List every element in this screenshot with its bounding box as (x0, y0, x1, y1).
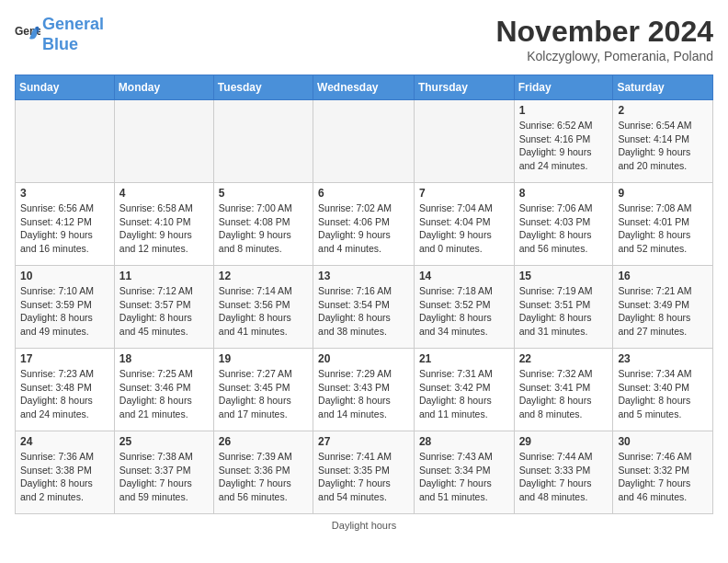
day-number: 9 (618, 187, 708, 200)
calendar-cell: 21Sunrise: 7:31 AMSunset: 3:42 PMDayligh… (414, 349, 514, 431)
day-info: Sunrise: 6:58 AMSunset: 4:10 PMDaylight:… (119, 201, 209, 256)
day-number: 14 (419, 270, 509, 282)
calendar-cell: 30Sunrise: 7:46 AMSunset: 3:32 PMDayligh… (613, 431, 713, 514)
day-number: 10 (20, 270, 109, 282)
calendar-cell: 17Sunrise: 7:23 AMSunset: 3:48 PMDayligh… (16, 349, 115, 431)
day-number: 19 (219, 352, 308, 365)
logo-icon: General (15, 22, 40, 48)
day-number: 20 (318, 352, 409, 365)
calendar-cell: 22Sunrise: 7:32 AMSunset: 3:41 PMDayligh… (514, 349, 613, 431)
day-info: Sunrise: 7:12 AMSunset: 3:57 PMDaylight:… (119, 284, 209, 339)
day-number: 15 (519, 270, 609, 282)
title-area: November 2024 Kolczyglowy, Pomerania, Po… (495, 15, 713, 63)
day-info: Sunrise: 7:41 AMSunset: 3:35 PMDaylight:… (318, 450, 409, 504)
calendar-week-3: 10Sunrise: 7:10 AMSunset: 3:59 PMDayligh… (16, 266, 713, 349)
column-header-thursday: Thursday (414, 75, 514, 100)
calendar-week-5: 24Sunrise: 7:36 AMSunset: 3:38 PMDayligh… (16, 431, 713, 514)
day-number: 3 (20, 187, 109, 200)
calendar-week-4: 17Sunrise: 7:23 AMSunset: 3:48 PMDayligh… (16, 349, 713, 431)
calendar-cell: 29Sunrise: 7:44 AMSunset: 3:33 PMDayligh… (514, 431, 613, 514)
day-info: Sunrise: 7:00 AMSunset: 4:08 PMDaylight:… (219, 201, 308, 256)
day-info: Sunrise: 7:32 AMSunset: 3:41 PMDaylight:… (519, 367, 609, 421)
day-number: 28 (419, 435, 509, 448)
calendar-cell: 13Sunrise: 7:16 AMSunset: 3:54 PMDayligh… (313, 266, 415, 349)
day-info: Sunrise: 7:04 AMSunset: 4:04 PMDaylight:… (419, 201, 509, 256)
day-number: 6 (318, 187, 409, 200)
calendar-cell: 6Sunrise: 7:02 AMSunset: 4:06 PMDaylight… (313, 183, 415, 266)
day-number: 25 (119, 435, 209, 448)
month-title: November 2024 (495, 15, 713, 49)
calendar-week-1: 1Sunrise: 6:52 AMSunset: 4:16 PMDaylight… (16, 100, 713, 183)
day-number: 18 (119, 352, 209, 365)
day-number: 29 (519, 435, 609, 448)
day-info: Sunrise: 6:52 AMSunset: 4:16 PMDaylight:… (519, 119, 609, 173)
calendar-cell: 20Sunrise: 7:29 AMSunset: 3:43 PMDayligh… (313, 349, 415, 431)
day-info: Sunrise: 7:16 AMSunset: 3:54 PMDaylight:… (318, 284, 409, 339)
calendar-cell: 3Sunrise: 6:56 AMSunset: 4:12 PMDaylight… (16, 183, 115, 266)
calendar-cell: 16Sunrise: 7:21 AMSunset: 3:49 PMDayligh… (613, 266, 713, 349)
day-number: 26 (219, 435, 308, 448)
day-info: Sunrise: 7:06 AMSunset: 4:03 PMDaylight:… (519, 201, 609, 256)
calendar-cell: 27Sunrise: 7:41 AMSunset: 3:35 PMDayligh… (313, 431, 415, 514)
day-info: Sunrise: 7:31 AMSunset: 3:42 PMDaylight:… (419, 367, 509, 421)
day-info: Sunrise: 7:23 AMSunset: 3:48 PMDaylight:… (20, 367, 109, 421)
day-info: Sunrise: 7:08 AMSunset: 4:01 PMDaylight:… (618, 201, 708, 256)
location-subtitle: Kolczyglowy, Pomerania, Poland (495, 49, 713, 63)
day-info: Sunrise: 7:46 AMSunset: 3:32 PMDaylight:… (618, 450, 708, 504)
day-number: 13 (318, 270, 409, 282)
day-number: 4 (119, 187, 209, 200)
day-info: Sunrise: 7:34 AMSunset: 3:40 PMDaylight:… (618, 367, 708, 421)
day-number: 23 (618, 352, 708, 365)
day-info: Sunrise: 6:54 AMSunset: 4:14 PMDaylight:… (618, 119, 708, 173)
day-number: 16 (618, 270, 708, 282)
day-info: Sunrise: 7:39 AMSunset: 3:36 PMDaylight:… (219, 450, 308, 504)
calendar-cell: 18Sunrise: 7:25 AMSunset: 3:46 PMDayligh… (114, 349, 213, 431)
day-info: Sunrise: 7:44 AMSunset: 3:33 PMDaylight:… (519, 450, 609, 504)
day-number: 27 (318, 435, 409, 448)
day-number: 7 (419, 187, 509, 200)
day-number: 24 (20, 435, 109, 448)
day-number: 8 (519, 187, 609, 200)
day-info: Sunrise: 7:10 AMSunset: 3:59 PMDaylight:… (20, 284, 109, 339)
day-number: 21 (419, 352, 509, 365)
day-number: 2 (618, 104, 708, 117)
day-info: Sunrise: 7:18 AMSunset: 3:52 PMDaylight:… (419, 284, 509, 339)
calendar-cell: 2Sunrise: 6:54 AMSunset: 4:14 PMDaylight… (613, 100, 713, 183)
page-header: General General Blue November 2024 Kolcz… (15, 15, 713, 63)
calendar-cell: 10Sunrise: 7:10 AMSunset: 3:59 PMDayligh… (16, 266, 115, 349)
day-info: Sunrise: 7:21 AMSunset: 3:49 PMDaylight:… (618, 284, 708, 339)
calendar-cell: 24Sunrise: 7:36 AMSunset: 3:38 PMDayligh… (16, 431, 115, 514)
day-info: Sunrise: 7:27 AMSunset: 3:45 PMDaylight:… (219, 367, 308, 421)
logo: General General Blue (15, 15, 104, 54)
calendar-cell: 14Sunrise: 7:18 AMSunset: 3:52 PMDayligh… (414, 266, 514, 349)
column-header-sunday: Sunday (16, 75, 115, 100)
day-info: Sunrise: 6:56 AMSunset: 4:12 PMDaylight:… (20, 201, 109, 256)
calendar-header-row: SundayMondayTuesdayWednesdayThursdayFrid… (16, 75, 713, 100)
day-info: Sunrise: 7:25 AMSunset: 3:46 PMDaylight:… (119, 367, 209, 421)
calendar-cell: 9Sunrise: 7:08 AMSunset: 4:01 PMDaylight… (613, 183, 713, 266)
calendar-cell: 28Sunrise: 7:43 AMSunset: 3:34 PMDayligh… (414, 431, 514, 514)
calendar-cell: 4Sunrise: 6:58 AMSunset: 4:10 PMDaylight… (114, 183, 213, 266)
day-info: Sunrise: 7:02 AMSunset: 4:06 PMDaylight:… (318, 201, 409, 256)
calendar-cell: 11Sunrise: 7:12 AMSunset: 3:57 PMDayligh… (114, 266, 213, 349)
day-number: 1 (519, 104, 609, 117)
day-number: 17 (20, 352, 109, 365)
calendar-table: SundayMondayTuesdayWednesdayThursdayFrid… (15, 75, 713, 514)
day-number: 30 (618, 435, 708, 448)
calendar-cell: 25Sunrise: 7:38 AMSunset: 3:37 PMDayligh… (114, 431, 213, 514)
column-header-monday: Monday (114, 75, 213, 100)
calendar-cell: 23Sunrise: 7:34 AMSunset: 3:40 PMDayligh… (613, 349, 713, 431)
column-header-wednesday: Wednesday (313, 75, 415, 100)
day-number: 22 (519, 352, 609, 365)
logo-text: General Blue (42, 15, 104, 54)
calendar-cell: 19Sunrise: 7:27 AMSunset: 3:45 PMDayligh… (213, 349, 313, 431)
column-header-saturday: Saturday (613, 75, 713, 100)
day-info: Sunrise: 7:43 AMSunset: 3:34 PMDaylight:… (419, 450, 509, 504)
calendar-cell (213, 100, 313, 183)
calendar-cell (16, 100, 115, 183)
day-info: Sunrise: 7:29 AMSunset: 3:43 PMDaylight:… (318, 367, 409, 421)
calendar-cell (414, 100, 514, 183)
calendar-cell: 15Sunrise: 7:19 AMSunset: 3:51 PMDayligh… (514, 266, 613, 349)
calendar-cell: 8Sunrise: 7:06 AMSunset: 4:03 PMDaylight… (514, 183, 613, 266)
day-info: Sunrise: 7:14 AMSunset: 3:56 PMDaylight:… (219, 284, 308, 339)
